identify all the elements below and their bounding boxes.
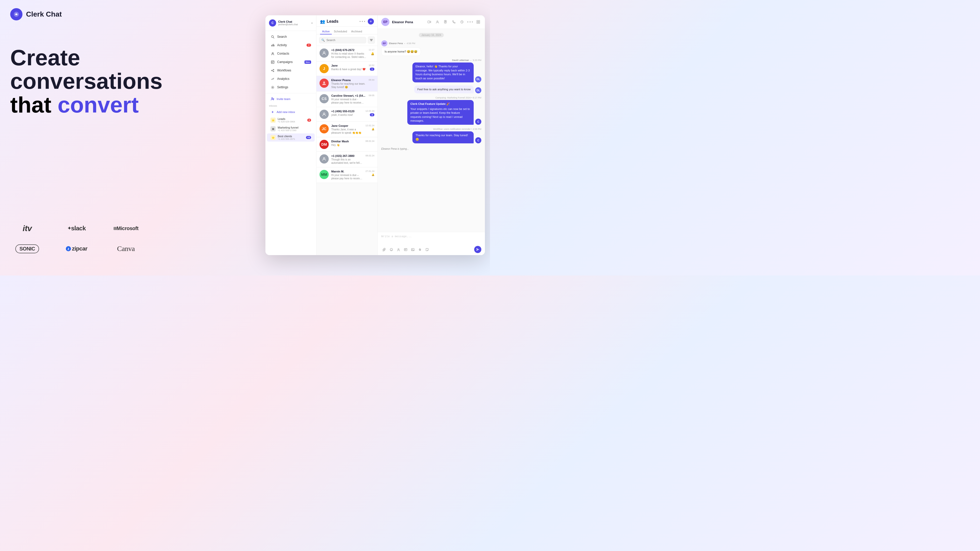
outgoing-avatar-1: DL: [475, 76, 481, 83]
leads-tab-archived[interactable]: Archived: [349, 29, 364, 35]
partner-zipcar: z zipcar: [54, 242, 99, 255]
svg-point-17: [272, 98, 273, 99]
toolbar-link-icon[interactable]: [417, 247, 423, 252]
leads-filter-button[interactable]: [368, 37, 375, 44]
lead-item-3[interactable]: Eleanor Peana Thanks for reaching our te…: [317, 76, 377, 92]
search-nav-icon: [270, 35, 275, 39]
lead-time-7: 08.02.24: [366, 140, 374, 142]
sidebar-item-settings[interactable]: Settings: [267, 83, 315, 91]
chat-header: EP Eleanor Pena • • •: [378, 15, 485, 29]
toolbar-note-icon[interactable]: [424, 247, 430, 252]
sidebar-item-search[interactable]: Search: [267, 33, 315, 41]
partner-slack: ✦ slack: [54, 222, 99, 235]
inbox-item-leads[interactable]: ⭐ Leads +1 628 629-3964 3: [267, 116, 315, 124]
inbox-item-best-clients[interactable]: ⭐ Best clients +1 415 555-2671 +9: [267, 133, 315, 141]
marketing-inbox-info: Marketing funnel +1 415 559-17260: [278, 126, 311, 132]
lead-preview-4: Hi your renewal is due - please pay here…: [331, 98, 366, 104]
sidebar-item-workflows[interactable]: Workflows: [267, 66, 315, 75]
toolbar-image-icon[interactable]: [410, 247, 415, 252]
leads-more-button[interactable]: • • •: [359, 19, 366, 24]
lead-info-8: +1 (415) 267-3880 Though this is an auto…: [331, 154, 363, 165]
lead-info-3: Eleanor Peana Thanks for reaching our te…: [331, 79, 366, 89]
inboxes-section: Inboxes: [266, 103, 316, 108]
lead-avatar-7: DM: [320, 140, 329, 149]
partner-microsoft: ⊞ Microsoft: [104, 222, 148, 235]
lead-item-1[interactable]: +1 (844) 670-2672 Hi this is retail stor…: [317, 46, 377, 62]
chat-input-box: [378, 232, 485, 245]
lead-name-1: +1 (844) 670-2672: [331, 48, 366, 52]
lead-item-6[interactable]: JC Jane Cooper Thanks Jane, it was a ple…: [317, 122, 377, 137]
send-message-button[interactable]: [474, 246, 481, 253]
msg-bubble-3: Feel free to ask anything you want to kn…: [414, 86, 474, 94]
leads-tab-scheduled[interactable]: Scheduled: [332, 29, 349, 35]
sidebar-invite-team[interactable]: Invite team: [267, 95, 315, 103]
inboxes-label: Inboxes: [269, 105, 277, 107]
chat-user-icon[interactable]: [434, 19, 441, 25]
msg-bubble-workflow: Thanks for reaching our team. Stay tuned…: [412, 131, 474, 143]
chat-more-icon[interactable]: • • •: [467, 19, 473, 25]
msg-sender-dot-1: •: [404, 42, 405, 44]
toolbar-template-icon[interactable]: [403, 247, 408, 252]
partners-section: itv ✦ slack ⊞ Microsoft SONIC z zipcar C…: [5, 222, 148, 255]
lead-unread-5: 3: [370, 113, 374, 116]
sidebar-header[interactable]: C Clerk Chat yevhen@clerk.chat ▾: [266, 15, 316, 31]
chat-file-icon[interactable]: [442, 19, 449, 25]
toolbar-contact-icon[interactable]: [396, 247, 401, 252]
svg-point-45: [412, 249, 412, 249]
svg-rect-4: [272, 44, 272, 46]
app-logo-text: Clerk Chat: [26, 10, 62, 18]
chat-expand-icon[interactable]: [475, 19, 481, 25]
lead-item-8[interactable]: +1 (415) 267-3880 Though this is an auto…: [317, 152, 377, 167]
chat-video-icon[interactable]: [426, 19, 432, 25]
campaign-label: Campaing: Marketing Funnel 2024 • 6:17 P…: [435, 97, 481, 99]
chat-clock-icon[interactable]: [459, 19, 465, 25]
leads-tab-active[interactable]: Active: [320, 29, 332, 35]
leads-icon: 👥: [320, 19, 325, 24]
svg-rect-36: [479, 22, 480, 24]
best-clients-inbox-badge: +9: [306, 136, 311, 139]
lead-name-6: Jane Cooper: [331, 124, 363, 127]
svg-rect-5: [273, 44, 274, 46]
outgoing-row-campaign: Clerk Chat Feature Update 🎉 Your snippet…: [407, 100, 481, 125]
lead-preview-6: Thanks Jane, it was a pleasure to speak …: [331, 128, 363, 135]
lead-item-9[interactable]: MM Marvin M. Hi your renewal is due – pl…: [317, 167, 377, 183]
lead-avatar-4: CS: [320, 94, 329, 103]
msg-sender-name-1: Eleanor Pena: [389, 42, 403, 44]
sidebar-item-campaigns[interactable]: Campaigns New: [267, 58, 315, 66]
sidebar-item-settings-label: Settings: [277, 86, 311, 89]
sidebar-item-activity[interactable]: Activity 7: [267, 41, 315, 49]
campaign-sender-avatar: C: [475, 119, 481, 125]
leads-search-box[interactable]: 🔍: [319, 37, 366, 43]
lead-item-5[interactable]: +1 (406) 555-0120 yeah, it works now! 12…: [317, 107, 377, 122]
lead-item-2[interactable]: J Jane thanks & have a great day! ❤️ 10:…: [317, 62, 377, 76]
hero-line2: conversations: [10, 69, 158, 93]
svg-rect-33: [477, 21, 478, 22]
lead-time-5: 12.02.24: [366, 110, 374, 112]
inbox-item-marketing[interactable]: ⊞ Marketing funnel +1 415 559-17260: [267, 125, 315, 133]
msg-sender-dot-2: •: [471, 59, 471, 62]
toolbar-emoji-icon[interactable]: [388, 247, 394, 252]
invite-label: Invite team: [277, 97, 290, 100]
sidebar-item-analytics-label: Analytics: [277, 77, 311, 81]
sidebar-item-contacts[interactable]: Contacts: [267, 49, 315, 58]
sidebar-item-contacts-label: Contacts: [277, 52, 311, 56]
leads-add-button[interactable]: +: [368, 18, 374, 24]
lead-item-7[interactable]: DM Dimitar Mash Hey 👋 08.02.24: [317, 137, 377, 152]
lead-avatar-8: [320, 154, 329, 164]
svg-point-40: [398, 248, 399, 250]
svg-rect-3: [271, 45, 272, 46]
add-new-inbox[interactable]: + Add new inbox: [267, 108, 315, 116]
typing-indicator: Eleanor Pena is typing...: [381, 146, 481, 151]
chat-messages: January 16, 2024 EP Eleanor Pena • 4:58 …: [378, 29, 485, 232]
leads-search-input[interactable]: [326, 38, 364, 41]
partner-sonic: SONIC: [5, 242, 49, 255]
chat-message-input[interactable]: [381, 235, 481, 242]
lead-name-2: Jane: [331, 64, 366, 67]
chat-phone-icon[interactable]: [451, 19, 457, 25]
lead-item-4[interactable]: CS Caroline Stewart, +1 (54... Hi your r…: [317, 92, 377, 107]
leads-list: +1 (844) 670-2672 Hi this is retail stor…: [317, 46, 377, 255]
svg-point-28: [437, 21, 438, 22]
svg-rect-34: [479, 21, 480, 22]
toolbar-attach-icon[interactable]: [381, 247, 387, 252]
sidebar-item-analytics[interactable]: Analytics: [267, 75, 315, 83]
